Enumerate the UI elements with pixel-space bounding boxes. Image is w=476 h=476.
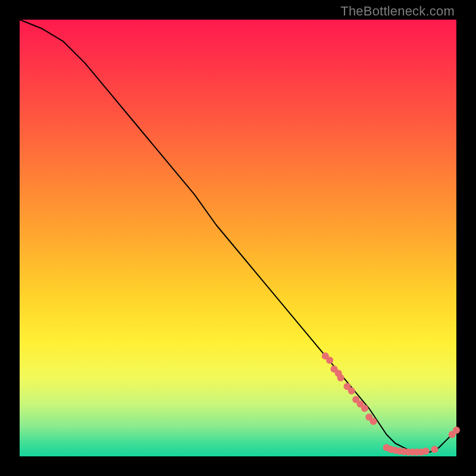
plot-area: [20, 20, 456, 456]
curve-marker: [348, 387, 355, 394]
curve-marker: [370, 418, 377, 425]
curve-marker: [337, 374, 345, 381]
curve-markers: [322, 352, 460, 456]
curve-marker: [326, 357, 333, 364]
watermark-text: TheBottleneck.com: [340, 4, 455, 19]
curve-marker: [431, 446, 438, 453]
bottleneck-curve-line: [20, 20, 456, 452]
curve-marker: [422, 447, 430, 455]
chart-frame: TheBottleneck.com: [0, 0, 476, 476]
curve-marker: [361, 405, 368, 412]
chart-svg: [20, 20, 456, 456]
curve-marker: [453, 427, 460, 434]
